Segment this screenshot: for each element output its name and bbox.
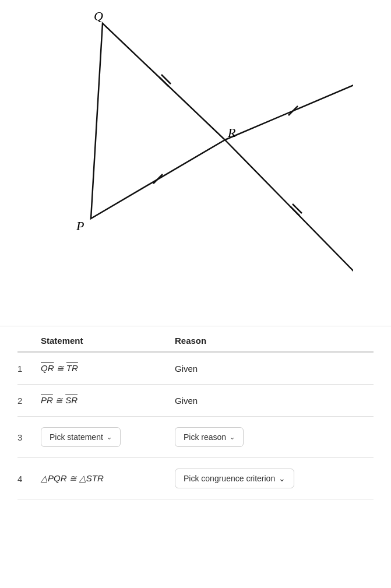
label-P: P <box>76 219 84 233</box>
row-2-num: 2 <box>17 396 41 406</box>
row-4-reason-dropdown-container: Pick congruence criterion ⌄ <box>175 469 374 488</box>
svg-line-6 <box>153 174 163 184</box>
proof-row-4: 4 △PQR ≅ △STR Pick congruence criterion … <box>17 458 374 499</box>
header-reason: Reason <box>175 336 374 346</box>
svg-line-3 <box>161 75 171 84</box>
pick-congruence-chevron-icon: ⌄ <box>279 474 286 483</box>
proof-row-3: 3 Pick statement ⌄ Pick reason ⌄ <box>17 417 374 458</box>
pick-statement-label: Pick statement <box>50 432 103 442</box>
pick-congruence-label: Pick congruence criterion <box>184 474 275 483</box>
pick-congruence-button[interactable]: Pick congruence criterion ⌄ <box>175 469 294 488</box>
svg-marker-0 <box>91 23 225 219</box>
proof-row-1: 1 QR ≅ TR Given <box>17 353 374 385</box>
header-num <box>17 336 41 346</box>
row-2-reason: Given <box>175 396 374 406</box>
pick-statement-button[interactable]: Pick statement ⌄ <box>41 427 121 447</box>
row-3-statement-dropdown-container: Pick statement ⌄ <box>41 427 175 447</box>
row-4-statement: △PQR ≅ △STR <box>41 473 175 484</box>
proof-row-2: 2 PR ≅ SR Given <box>17 385 374 417</box>
row-1-reason: Given <box>175 364 374 374</box>
diagram-area: Q R P S T <box>0 0 391 326</box>
pick-reason-chevron-icon: ⌄ <box>230 434 235 441</box>
svg-marker-1 <box>225 82 353 283</box>
row-3-num: 3 <box>17 432 41 442</box>
svg-line-5 <box>293 204 302 213</box>
label-R: R <box>227 125 236 140</box>
pick-reason-label: Pick reason <box>184 432 226 442</box>
proof-table: Statement Reason 1 QR ≅ TR Given 2 PR ≅ … <box>0 326 391 499</box>
svg-line-4 <box>290 206 300 216</box>
geometry-diagram: Q R P S T <box>38 12 353 315</box>
row-1-statement: QR ≅ TR <box>41 363 175 374</box>
svg-line-7 <box>288 106 298 115</box>
svg-line-2 <box>159 77 168 86</box>
row-4-num: 4 <box>17 474 41 484</box>
row-1-num: 1 <box>17 364 41 374</box>
pick-reason-button[interactable]: Pick reason ⌄ <box>175 427 244 447</box>
row-3-reason-dropdown-container: Pick reason ⌄ <box>175 427 374 447</box>
row-2-statement: PR ≅ SR <box>41 395 175 406</box>
header-statement: Statement <box>41 336 175 346</box>
label-Q: Q <box>94 12 103 23</box>
proof-header: Statement Reason <box>17 326 374 353</box>
pick-statement-chevron-icon: ⌄ <box>107 434 112 441</box>
